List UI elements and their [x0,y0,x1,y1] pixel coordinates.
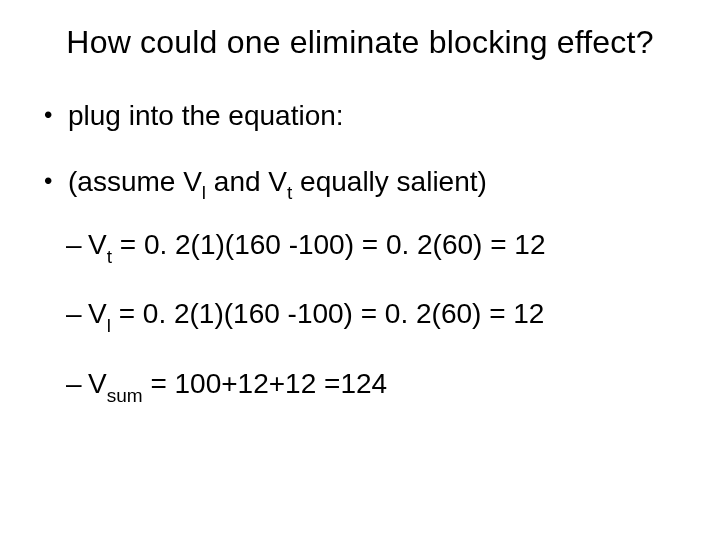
bullet-list: plug into the equation: (assume Vl and V… [40,99,680,405]
equation-vsum: Vsum = 100+12+12 =124 [66,366,680,405]
slide: How could one eliminate blocking effect?… [0,0,720,540]
text-fragment: (assume V [68,166,202,197]
bullet-plug-equation: plug into the equation: [40,99,680,133]
equation-vl: Vl = 0. 2(1)(160 -100) = 0. 2(60) = 12 [66,296,680,335]
text-fragment: V [88,229,107,260]
equation-vt: Vt = 0. 2(1)(160 -100) = 0. 2(60) = 12 [66,227,680,266]
subscript-sum: sum [107,385,143,406]
text-fragment: V [88,368,107,399]
text-fragment: equally salient) [292,166,487,197]
subscript-t: t [287,182,292,203]
equation-list: Vt = 0. 2(1)(160 -100) = 0. 2(60) = 12 V… [66,227,680,405]
subscript-l: l [107,315,111,336]
bullet-assume-salient: (assume Vl and Vt equally salient) [40,165,680,203]
slide-title: How could one eliminate blocking effect? [40,24,680,61]
subscript-l: l [202,182,206,203]
subscript-t: t [107,246,112,267]
sub-bullet-container: ul.lvl1 > li:nth-child(3)::before{conten… [40,227,680,405]
text-fragment: = 100+12+12 =124 [143,368,387,399]
text-fragment: = 0. 2(1)(160 -100) = 0. 2(60) = 12 [112,229,545,260]
text-fragment: V [88,298,107,329]
bullet-text: plug into the equation: [68,100,344,131]
text-fragment: and V [206,166,287,197]
text-fragment: = 0. 2(1)(160 -100) = 0. 2(60) = 12 [111,298,544,329]
